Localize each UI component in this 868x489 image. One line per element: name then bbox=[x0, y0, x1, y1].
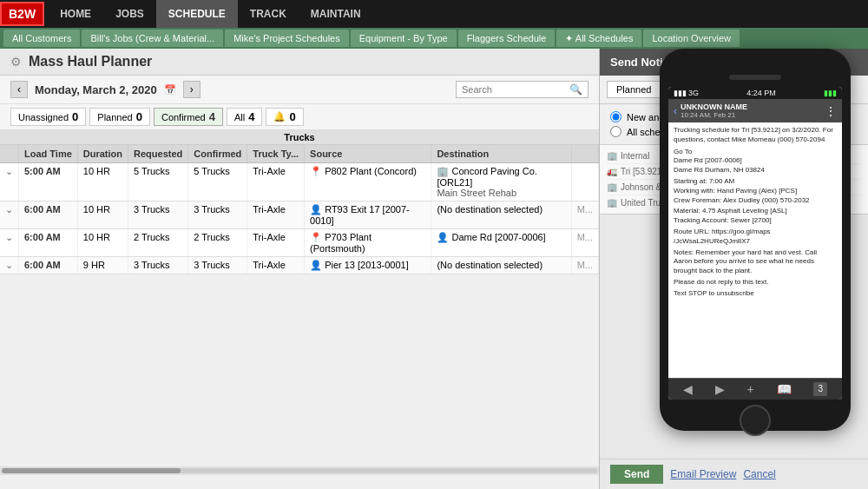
col-extra bbox=[571, 145, 598, 163]
back-arrow-icon[interactable]: ‹ bbox=[674, 105, 677, 117]
scrollbar-track bbox=[2, 468, 597, 473]
radio-all-scheduled-input[interactable] bbox=[610, 126, 621, 137]
message-header: ‹ UNKNOWN NAME 10:24 AM, Feb 21 ⋮ bbox=[668, 99, 842, 122]
truck-type: Tri-Axle bbox=[247, 202, 305, 229]
col-duration[interactable]: Duration bbox=[77, 145, 128, 163]
search-icon[interactable]: 🔍 bbox=[569, 83, 582, 96]
current-date: Monday, March 2, 2020 bbox=[35, 83, 157, 96]
tab-flaggers[interactable]: Flaggers Schedule bbox=[458, 30, 556, 47]
page-header: ⚙ Mass Haul Planner bbox=[0, 49, 599, 76]
network-type: 3G bbox=[688, 89, 699, 97]
phone-bottom-toolbar: ◀ ▶ + 📖 3 bbox=[668, 378, 842, 400]
nav-track[interactable]: TRACK bbox=[238, 0, 299, 28]
msg-route: Route URL: https://goo.gl/maps/JcWsaL2HU… bbox=[674, 228, 837, 247]
radio-new-update-input[interactable] bbox=[610, 111, 621, 122]
phone-home-button[interactable] bbox=[740, 405, 771, 436]
more-options-icon[interactable]: ⋮ bbox=[825, 104, 837, 118]
row-toggle[interactable]: ⌄ bbox=[0, 229, 19, 257]
nav-home[interactable]: HOME bbox=[48, 0, 103, 28]
trucks-label: Trucks bbox=[0, 130, 599, 145]
tab-equipment[interactable]: Equipment - By Type bbox=[351, 30, 457, 47]
left-panel: ⚙ Mass Haul Planner ‹ Monday, March 2, 2… bbox=[0, 49, 599, 489]
row-toggle[interactable]: ⌄ bbox=[0, 163, 19, 202]
col-source[interactable]: Source bbox=[305, 145, 431, 163]
load-time: 6:00 AM bbox=[19, 202, 78, 229]
tab-all-schedules[interactable]: ✦ All Schedules bbox=[556, 30, 641, 47]
duration: 9 HR bbox=[77, 257, 128, 274]
cancel-button[interactable]: Cancel bbox=[743, 468, 775, 480]
msg-stop: Text STOP to unsubscribe bbox=[674, 289, 837, 299]
load-time: 6:00 AM bbox=[19, 257, 78, 274]
phone-outer: ▮▮▮ 3G 4:24 PM ▮▮▮ ‹ UNKNOWN NAME 10:24 … bbox=[660, 49, 851, 431]
planned-label: Planned bbox=[97, 112, 132, 122]
load-time: 5:00 AM bbox=[19, 163, 78, 202]
col-load-time[interactable]: Load Time bbox=[19, 145, 78, 163]
col-confirmed[interactable]: Confirmed bbox=[188, 145, 247, 163]
extra-col: M... bbox=[571, 202, 598, 229]
table-row: ⌄ 6:00 AM 10 HR 2 Trucks 2 Trucks Tri-Ax… bbox=[0, 229, 599, 257]
nav-schedule[interactable]: SCHEDULE bbox=[156, 0, 238, 28]
email-preview-button[interactable]: Email Preview bbox=[670, 468, 736, 480]
row-toggle[interactable]: ⌄ bbox=[0, 202, 19, 229]
search-box[interactable]: 🔍 bbox=[456, 81, 589, 98]
col-truck-type[interactable]: Truck Ty... bbox=[247, 145, 305, 163]
all-count: 4 bbox=[248, 110, 254, 123]
confirmed-trucks: 2 Trucks bbox=[188, 229, 247, 257]
contact-time: 10:24 AM, Feb 21 bbox=[681, 111, 821, 119]
dest-icon: 🏢 bbox=[437, 166, 449, 176]
duration: 10 HR bbox=[77, 163, 128, 202]
phone-status-bar: ▮▮▮ 3G 4:24 PM ▮▮▮ bbox=[668, 87, 842, 99]
col-destination[interactable]: Destination bbox=[431, 145, 571, 163]
requested: 3 Trucks bbox=[128, 202, 188, 229]
horizontal-scrollbar[interactable] bbox=[0, 466, 599, 475]
source: 📍 P802 Plant (Concord) bbox=[305, 163, 431, 202]
msg-start: Starting at: 7:00 AMWorking with: Hand P… bbox=[674, 177, 837, 205]
back-btn-icon[interactable]: ◀ bbox=[683, 382, 693, 396]
planner-icon: ⚙ bbox=[10, 55, 22, 69]
nav-jobs[interactable]: JOBS bbox=[103, 0, 156, 28]
source: 📍 P703 Plant (Portsmouth) bbox=[305, 229, 431, 257]
contact-name: UNKNOWN NAME bbox=[681, 102, 821, 111]
calendar-icon[interactable]: 📅 bbox=[164, 84, 176, 96]
tab-location[interactable]: Location Overview bbox=[643, 30, 740, 47]
unassigned-pill[interactable]: Unassigned 0 bbox=[10, 108, 86, 126]
battery-icon: ▮▮▮ bbox=[824, 89, 837, 97]
forward-btn-icon[interactable]: ▶ bbox=[715, 382, 725, 396]
planned-tab[interactable]: Planned bbox=[607, 81, 661, 98]
contact-info: UNKNOWN NAME 10:24 AM, Feb 21 bbox=[681, 102, 821, 119]
confirmed-pill[interactable]: Confirmed 4 bbox=[154, 108, 223, 126]
table-container: Trucks Load Time Duration Requested Conf… bbox=[0, 130, 599, 466]
message-body: Trucking schedule for Tri [53.9212] on 3… bbox=[668, 122, 842, 378]
confirmed-trucks: 5 Trucks bbox=[188, 163, 247, 202]
truck-icon: 🚛 bbox=[607, 167, 617, 176]
tab-bills-jobs[interactable]: Bill's Jobs (Crew & Material... bbox=[82, 30, 223, 47]
signal-bars: ▮▮▮ bbox=[674, 89, 687, 97]
tab-all-customers[interactable]: All Customers bbox=[3, 30, 80, 47]
bell-count: 0 bbox=[289, 110, 295, 123]
all-pill[interactable]: All 4 bbox=[227, 108, 262, 126]
tab-count[interactable]: 3 bbox=[813, 382, 827, 396]
requested: 5 Trucks bbox=[128, 163, 188, 202]
company2-icon: 🏢 bbox=[607, 182, 617, 192]
book-icon[interactable]: 📖 bbox=[777, 382, 792, 396]
truck-type: Tri-Axle bbox=[247, 163, 305, 202]
app-logo: B2W bbox=[0, 2, 44, 26]
prev-date-button[interactable]: ‹ bbox=[10, 81, 28, 98]
extra-col bbox=[571, 163, 598, 202]
phone-mockup: ▮▮▮ 3G 4:24 PM ▮▮▮ ‹ UNKNOWN NAME 10:24 … bbox=[660, 49, 859, 466]
scrollbar-thumb[interactable] bbox=[2, 468, 181, 473]
search-input[interactable] bbox=[462, 84, 566, 95]
extra-col: M... bbox=[571, 229, 598, 257]
add-icon[interactable]: + bbox=[747, 382, 754, 396]
tab-mikes-schedules[interactable]: Mike's Project Schedules bbox=[225, 30, 349, 47]
phone-speaker bbox=[729, 75, 781, 80]
send-button[interactable]: Send bbox=[610, 465, 663, 484]
planned-pill[interactable]: Planned 0 bbox=[89, 108, 150, 126]
nav-maintain[interactable]: MAINTAIN bbox=[299, 0, 373, 28]
next-date-button[interactable]: › bbox=[183, 81, 201, 98]
page-title: Mass Haul Planner bbox=[29, 54, 152, 69]
source-icon: 📍 bbox=[310, 166, 322, 176]
bell-pill[interactable]: 🔔 0 bbox=[266, 108, 303, 126]
col-requested[interactable]: Requested bbox=[128, 145, 188, 163]
row-toggle[interactable]: ⌄ bbox=[0, 257, 19, 274]
